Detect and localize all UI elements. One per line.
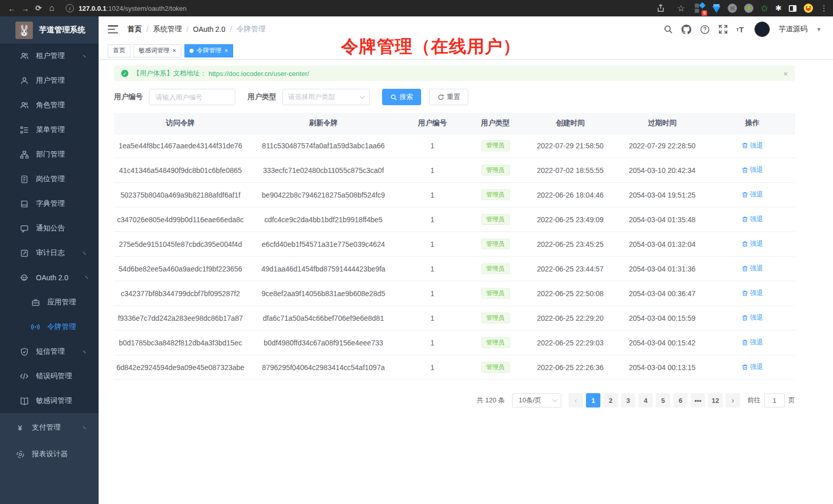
fullscreen-icon[interactable] — [718, 25, 728, 34]
chevron-up-icon — [83, 276, 88, 281]
breadcrumb-separator: / — [186, 25, 188, 33]
sidebar-item-OAuth 2.0[interactable]: OAuth 2.0 — [0, 265, 99, 290]
search-icon[interactable] — [664, 25, 673, 34]
tab-首页[interactable]: 首页 — [108, 44, 130, 57]
force-logout-button[interactable]: 强退 — [742, 264, 763, 273]
success-check-icon: ✓ — [121, 70, 128, 77]
doc-link[interactable]: https://doc.iocoder.cn/user-center/ — [209, 70, 309, 77]
browser-reload-icon[interactable]: ⟳ — [32, 2, 45, 15]
force-logout-button[interactable]: 强退 — [742, 215, 763, 224]
tab-令牌管理[interactable]: 令牌管理× — [184, 44, 233, 57]
page-button-5[interactable]: 5 — [656, 393, 670, 408]
tab-close-icon[interactable]: × — [173, 47, 176, 54]
sidebar-menu-bottom: ¥支付管理报表设计器 — [0, 413, 99, 504]
breadcrumb-item[interactable]: 首页 — [127, 25, 142, 34]
chevron-down-icon — [83, 424, 88, 430]
page-size-select[interactable]: 10条/页 — [512, 393, 561, 408]
created-time-cell: 2022-06-25 22:29:03 — [526, 339, 614, 347]
page-button-1[interactable]: 1 — [586, 393, 600, 408]
expire-time-cell: 2054-03-04 00:15:42 — [615, 339, 710, 347]
sidebar-item-报表设计器[interactable]: 报表设计器 — [0, 441, 99, 468]
user-menu-caret-icon[interactable]: ▼ — [816, 26, 822, 32]
breadcrumb-item[interactable]: 系统管理 — [153, 25, 182, 34]
sidebar-item-错误码管理[interactable]: 错误码管理 — [0, 364, 99, 389]
site-info-icon[interactable]: i — [66, 4, 74, 12]
reset-button[interactable]: 重置 — [429, 89, 468, 105]
user-type-select[interactable]: 请选择用户类型 — [282, 89, 370, 105]
expire-time-cell: 2054-03-04 00:36:47 — [615, 289, 710, 298]
font-size-icon[interactable]: тT — [736, 25, 744, 34]
page-button-2[interactable]: 2 — [603, 393, 618, 408]
sidebar-item-令牌管理[interactable]: 令牌管理 — [0, 315, 99, 339]
sidebar-item-岗位管理[interactable]: 岗位管理 — [0, 167, 99, 191]
adblock-extension-icon[interactable]: ✱ — [775, 4, 782, 13]
error-code-icon — [20, 372, 29, 381]
force-logout-button[interactable]: 强退 — [742, 313, 763, 322]
sensitive-word-icon — [20, 396, 29, 405]
side-panel-icon[interactable] — [789, 5, 797, 12]
page-button-12[interactable]: 12 — [708, 393, 723, 408]
sidebar-item-通知公告[interactable]: 通知公告 — [0, 216, 99, 241]
gem-extension-icon[interactable] — [712, 6, 721, 13]
sidebar-item-支付管理[interactable]: ¥支付管理 — [0, 414, 99, 441]
app-logo[interactable]: 🐰 芋道管理系统 — [0, 16, 99, 44]
share-icon[interactable] — [654, 2, 667, 15]
sidebar-item-应用管理[interactable]: 应用管理 — [0, 290, 99, 315]
force-logout-button[interactable]: 强退 — [742, 190, 763, 199]
filter-form: 用户编号 用户类型 请选择用户类型 搜索 重置 — [114, 89, 795, 105]
page-button-6[interactable]: 6 — [673, 393, 688, 408]
alert-close-icon[interactable]: × — [783, 69, 788, 78]
sidebar-item-短信管理[interactable]: 短信管理 — [0, 339, 99, 364]
sidebar-item-租户管理[interactable]: 租户管理 — [0, 44, 99, 68]
page-ellipsis[interactable]: ••• — [691, 393, 705, 408]
prev-page-button[interactable]: ‹ — [569, 393, 583, 408]
force-logout-button[interactable]: 强退 — [742, 288, 763, 298]
sidebar-item-用户管理[interactable]: 用户管理 — [0, 68, 99, 93]
next-page-button[interactable]: › — [726, 393, 740, 408]
sidebar-item-敏感词管理[interactable]: 敏感词管理 — [0, 389, 99, 413]
help-icon[interactable] — [700, 25, 710, 34]
force-logout-button[interactable]: 强退 — [742, 362, 763, 372]
breadcrumb-item[interactable]: OAuth 2.0 — [193, 25, 225, 33]
access-token-cell: f9336e7c7dd242a283ee98dc86b17a87 — [114, 314, 247, 322]
force-logout-button[interactable]: 强退 — [742, 338, 763, 347]
force-logout-button[interactable]: 强退 — [742, 141, 763, 150]
username[interactable]: 芋道源码 — [779, 25, 807, 34]
url-host: 127.0.0.1 — [79, 5, 106, 12]
page-button-4[interactable]: 4 — [638, 393, 653, 408]
sms-icon — [20, 347, 29, 356]
browser-back-icon[interactable]: ← — [5, 2, 18, 15]
force-logout-button[interactable]: 强退 — [742, 239, 763, 248]
action-cell: 强退 — [710, 264, 795, 274]
user-type-cell: 管理员 — [465, 214, 526, 225]
access-token-cell: 1ea5e44f8bc1467aaede43144f31de76 — [114, 142, 247, 150]
force-logout-button[interactable]: 强退 — [742, 165, 763, 175]
goto-page-input[interactable] — [764, 393, 785, 408]
page-button-3[interactable]: 3 — [621, 393, 635, 408]
sidebar-item-部门管理[interactable]: 部门管理 — [0, 142, 99, 167]
active-tab-dot — [190, 49, 194, 53]
browser-forward-icon[interactable]: → — [18, 2, 32, 15]
search-button[interactable]: 搜索 — [382, 89, 421, 105]
user-avatar[interactable] — [754, 22, 770, 37]
user-id-input[interactable] — [149, 89, 235, 105]
browser-home-icon[interactable]: ⌂ — [45, 2, 59, 15]
browser-menu-icon[interactable]: ⋮ — [820, 4, 828, 13]
address-bar[interactable]: i 127.0.0.1:1024/system/oauth2/token — [66, 4, 654, 12]
sidebar-item-审计日志[interactable]: 审计日志 — [0, 241, 99, 265]
tab-close-icon[interactable]: × — [224, 47, 228, 54]
sidebar-item-菜单管理[interactable]: 菜单管理 — [0, 118, 99, 142]
bookmark-star-icon[interactable]: ☆ — [674, 2, 688, 15]
sidebar-item-字典管理[interactable]: 字典管理 — [0, 191, 99, 216]
action-cell: 强退 — [710, 141, 795, 151]
collapse-sidebar-icon[interactable] — [108, 25, 118, 33]
tab-敏感词管理[interactable]: 敏感词管理× — [134, 44, 181, 57]
notice-icon — [20, 224, 29, 233]
github-icon[interactable] — [681, 25, 691, 34]
profile-emoji-icon[interactable] — [804, 4, 813, 13]
sidebar-item-角色管理[interactable]: 角色管理 — [0, 93, 99, 118]
recorder-extension-icon[interactable] — [744, 4, 753, 13]
star-extension-icon[interactable]: ✩ — [761, 3, 768, 14]
extension-grid-icon[interactable]: 9 — [695, 3, 705, 13]
command-extension-icon[interactable]: ⌘ — [728, 4, 737, 13]
